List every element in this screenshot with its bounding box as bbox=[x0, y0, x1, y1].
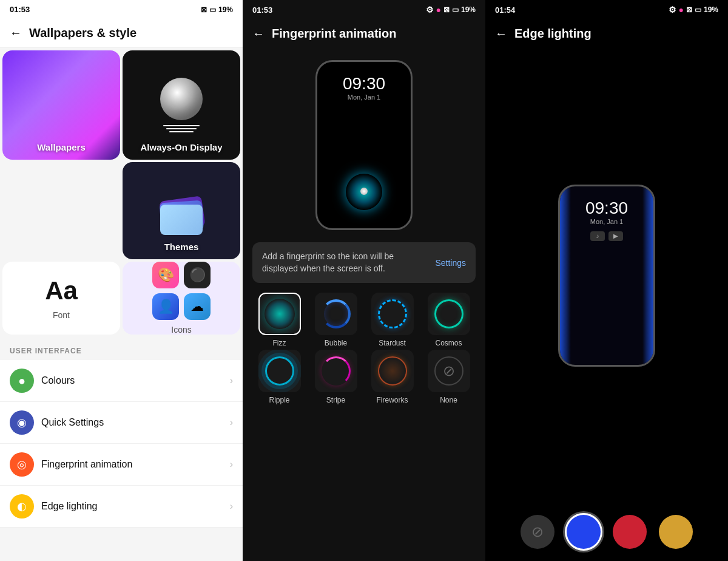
phone-preview-p3: 09:30 Mon, Jan 1 ♪ ▶ bbox=[485, 48, 728, 503]
none-label: None bbox=[440, 396, 457, 404]
icon2: ⚫ bbox=[184, 262, 211, 288]
panel-fingerprint-animation: 01:53 ⚙ ● ⊠ ▭ 19% ← Fingerprint animatio… bbox=[243, 0, 485, 561]
time-p2: 01:53 bbox=[252, 5, 272, 15]
top-grid: Wallpapers Always-On Display bbox=[0, 48, 243, 162]
fingerprint-animation-label: Fingerprint animation bbox=[41, 459, 223, 470]
colours-icon-symbol: ● bbox=[18, 374, 25, 388]
stripe-label: Stripe bbox=[326, 396, 345, 404]
cosmos-anim bbox=[434, 299, 463, 328]
aod-label: Always-On Display bbox=[123, 142, 240, 152]
bubble-label: Bubble bbox=[325, 339, 347, 347]
aod-circle bbox=[160, 78, 203, 120]
music-icon2: ▶ bbox=[608, 231, 623, 241]
grid-item-themes[interactable]: Themes bbox=[123, 162, 240, 259]
color-swatch-gold[interactable] bbox=[659, 515, 693, 549]
color-swatch-blue[interactable] bbox=[567, 515, 601, 549]
color-swatch-red[interactable] bbox=[613, 515, 647, 549]
fizz-circle bbox=[258, 293, 301, 335]
phone-preview-p2: 09:30 Mon, Jan 1 bbox=[243, 48, 485, 242]
battery-p1: 19% bbox=[218, 5, 233, 14]
spacer bbox=[2, 162, 120, 165]
status-icons-p3: ⚙ ● ⊠ ▭ 19% bbox=[669, 5, 719, 15]
fireworks-label: Fireworks bbox=[376, 396, 408, 404]
aod-line2 bbox=[166, 128, 197, 129]
fp-chevron: › bbox=[230, 459, 233, 470]
list-item-edge-lighting[interactable]: ◐ Edge lighting › bbox=[0, 486, 243, 528]
battery-icon-p3: ▭ bbox=[695, 5, 701, 14]
anim-item-fizz[interactable]: Fizz bbox=[252, 293, 306, 347]
themes-grid: Themes bbox=[0, 162, 243, 262]
stardust-label: Stardust bbox=[379, 339, 406, 347]
icons-grid: 🎨 ⚫ 👤 ☁ bbox=[152, 262, 211, 320]
status-bar-p3: 01:54 ⚙ ● ⊠ ▭ 19% bbox=[485, 0, 728, 19]
grid-item-icons[interactable]: 🎨 ⚫ 👤 ☁ Icons bbox=[123, 262, 240, 335]
time-p1: 01:53 bbox=[10, 5, 30, 14]
list-item-fingerprint-animation[interactable]: ◎ Fingerprint animation › bbox=[0, 444, 243, 486]
header-p1: ← Wallpapers & style bbox=[0, 19, 243, 48]
phone-frame-p3: 09:30 Mon, Jan 1 ♪ ▶ bbox=[558, 185, 655, 367]
stardust-circle bbox=[371, 293, 414, 335]
fireworks-anim bbox=[378, 356, 407, 386]
time-p3: 01:54 bbox=[495, 5, 515, 15]
app-icon-p3: ● bbox=[679, 5, 684, 15]
list-item-quick-settings[interactable]: ◉ Quick Settings › bbox=[0, 402, 243, 444]
icon4: ☁ bbox=[184, 293, 211, 320]
icons-label: Icons bbox=[171, 325, 191, 335]
anim-item-stardust[interactable]: Stardust bbox=[365, 293, 419, 347]
status-bar-p1: 01:53 ⊠ ▭ 19% bbox=[0, 0, 243, 19]
bubble-circle bbox=[315, 293, 357, 335]
anim-item-cosmos[interactable]: Cosmos bbox=[422, 293, 476, 347]
header-p3: ← Edge lighting bbox=[485, 19, 728, 48]
stripe-circle bbox=[315, 350, 357, 392]
stardust-anim bbox=[378, 299, 407, 328]
fizz-label: Fizz bbox=[273, 339, 286, 347]
anim-item-none[interactable]: ⊘ None bbox=[422, 350, 476, 404]
grid-item-wallpapers[interactable]: Wallpapers bbox=[2, 50, 120, 160]
status-bar-p2: 01:53 ⚙ ● ⊠ ▭ 19% bbox=[243, 0, 485, 19]
status-icons-p1: ⊠ ▭ 19% bbox=[201, 5, 233, 14]
page-title-p1: Wallpapers & style bbox=[29, 26, 136, 40]
signal-icon: ⊠ bbox=[201, 5, 207, 14]
back-button-p2[interactable]: ← bbox=[252, 27, 265, 41]
gear-icon-p2: ⚙ bbox=[426, 5, 434, 15]
list-container: ● Colours › ◉ Quick Settings › ◎ Fingerp… bbox=[0, 360, 243, 528]
edge-glow-right bbox=[642, 186, 653, 365]
quick-settings-icon: ◉ bbox=[10, 410, 34, 435]
panel-wallpapers-style: 01:53 ⊠ ▭ 19% ← Wallpapers & style Wallp… bbox=[0, 0, 243, 561]
header-p2: ← Fingerprint animation bbox=[243, 19, 485, 48]
fizz-anim bbox=[265, 299, 295, 329]
qs-chevron: › bbox=[230, 417, 233, 428]
app-icon-p2: ● bbox=[436, 5, 441, 15]
aod-lines bbox=[163, 125, 200, 132]
ripple-label: Ripple bbox=[269, 396, 289, 404]
list-item-colours[interactable]: ● Colours › bbox=[0, 360, 243, 402]
small-grid: Aa Font 🎨 ⚫ 👤 ☁ Icons bbox=[0, 262, 243, 337]
info-box: Add a fingerprint so the icon will be di… bbox=[252, 242, 476, 283]
preview-date-p2: Mon, Jan 1 bbox=[348, 93, 380, 101]
battery-icon-p2: ▭ bbox=[452, 5, 459, 14]
anim-item-fireworks[interactable]: Fireworks bbox=[365, 350, 419, 404]
none-anim: ⊘ bbox=[434, 356, 463, 386]
anim-item-stripe[interactable]: Stripe bbox=[309, 350, 363, 404]
none-circle: ⊘ bbox=[428, 350, 470, 392]
grid-item-aod[interactable]: Always-On Display bbox=[123, 50, 240, 160]
back-button-p1[interactable]: ← bbox=[10, 26, 22, 40]
info-text: Add a fingerprint so the icon will be di… bbox=[262, 251, 430, 274]
fingerprint-dot bbox=[360, 188, 368, 195]
music-icons: ♪ ▶ bbox=[590, 231, 623, 241]
anim-item-ripple[interactable]: Ripple bbox=[252, 350, 306, 404]
color-selector: ⊘ bbox=[485, 503, 728, 561]
ripple-circle bbox=[258, 350, 301, 392]
font-display: Aa bbox=[45, 276, 78, 305]
themes-stack bbox=[157, 186, 206, 235]
grid-item-font[interactable]: Aa Font bbox=[2, 262, 120, 335]
edge-glow-left bbox=[560, 186, 571, 365]
signal-icon-p3: ⊠ bbox=[686, 5, 692, 14]
back-button-p3[interactable]: ← bbox=[495, 27, 507, 41]
settings-link[interactable]: Settings bbox=[435, 258, 466, 268]
page-title-p3: Edge lighting bbox=[514, 27, 592, 41]
anim-item-bubble[interactable]: Bubble bbox=[309, 293, 363, 347]
color-swatch-none[interactable]: ⊘ bbox=[521, 515, 554, 549]
status-icons-p2: ⚙ ● ⊠ ▭ 19% bbox=[426, 5, 476, 15]
edge-lighting-label: Edge lighting bbox=[41, 501, 223, 512]
